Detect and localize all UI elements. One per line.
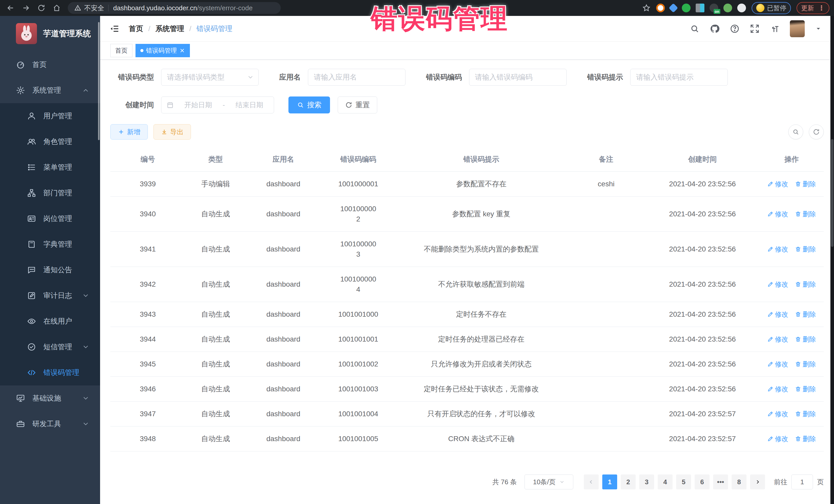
row-id-cell: 3947 [110,401,185,426]
delete-link[interactable]: 删除 [795,209,816,219]
reset-button[interactable]: 重置 [338,96,377,113]
sidebar-item-研发工具[interactable]: 研发工具 [0,411,100,437]
delete-link[interactable]: 删除 [795,309,816,320]
edit-link[interactable]: 修改 [767,359,788,369]
page-button-5[interactable]: 5 [676,475,691,489]
browser-update-button[interactable]: 更新 ⋮ [796,2,829,14]
font-size-icon[interactable] [770,24,780,34]
start-date-placeholder[interactable]: 开始日期 [179,100,218,110]
sidebar-item-岗位管理[interactable]: 岗位管理 [0,206,100,232]
tag-错误码管理[interactable]: 错误码管理 [135,44,190,57]
bookmark-star-icon[interactable] [642,4,651,12]
edit-link[interactable]: 修改 [767,309,788,320]
page-button-2[interactable]: 2 [621,475,636,489]
app-logo-row[interactable]: 芋道管理系统 [0,16,100,52]
filter-input-错误码提示[interactable]: 请输入错误码提示 [630,69,728,86]
export-button[interactable]: 导出 [153,124,191,139]
user-avatar[interactable] [790,20,805,37]
address-bar[interactable]: 不安全 dashboard.yudao.iocoder.cn/system/er… [68,2,281,14]
sidebar-toggle-icon[interactable] [109,24,119,34]
edit-link[interactable]: 修改 [767,244,788,254]
browser-home-icon[interactable] [51,2,63,14]
header-search-icon[interactable] [690,24,700,34]
extension-switch-on[interactable]: on [709,4,718,12]
sidebar-item-审计日志[interactable]: 审计日志 [0,283,100,308]
edit-link[interactable]: 修改 [767,179,788,189]
edit-link[interactable]: 修改 [767,434,788,444]
browser-menu-icon[interactable]: ⋮ [818,4,825,12]
breadcrumb-item[interactable]: 首页 [129,24,143,34]
browser-forward-icon[interactable] [20,2,32,14]
filter-input-错误码编码[interactable]: 请输入错误码编码 [469,69,567,86]
prev-page-button[interactable] [584,475,599,489]
add-button[interactable]: 新增 [110,124,148,139]
tag-首页[interactable]: 首页 [110,44,132,57]
sidebar-item-字典管理[interactable]: 字典管理 [0,232,100,257]
search-button[interactable]: 搜索 [288,96,330,113]
browser-back-icon[interactable] [5,2,17,14]
row-id-cell: 3946 [110,377,185,401]
sidebar-item-菜单管理[interactable]: 菜单管理 [0,154,100,180]
delete-link[interactable]: 删除 [795,409,816,419]
date-range-picker[interactable]: 开始日期 - 结束日期 [161,96,274,113]
edit-link[interactable]: 修改 [767,384,788,394]
sidebar-item-通知公告[interactable]: 通知公告 [0,257,100,283]
edit-link[interactable]: 修改 [767,409,788,419]
extension-grid[interactable] [696,4,704,12]
sidebar-scrollbar[interactable] [98,22,100,140]
extension-orange-ring[interactable] [656,4,665,12]
delete-link[interactable]: 删除 [795,179,816,189]
sidebar-item-短信管理[interactable]: 短信管理 [0,334,100,360]
sidebar-item-部门管理[interactable]: 部门管理 [0,180,100,206]
remark-cell [567,232,645,267]
edit-link[interactable]: 修改 [767,334,788,344]
page-button-1[interactable]: 1 [602,475,617,489]
page-button-8[interactable]: 8 [731,475,746,489]
sidebar-item-用户管理[interactable]: 用户管理 [0,103,100,129]
filter-select-错误码类型[interactable]: 请选择错误码类型 [161,69,259,86]
edit-link[interactable]: 修改 [767,209,788,219]
not-secure-label[interactable]: 不安全 [84,4,104,13]
extension-blue-gem[interactable] [669,3,678,13]
help-doc-icon[interactable] [730,24,740,34]
sidebar-item-在线用户[interactable]: 在线用户 [0,308,100,334]
extension-puzzle[interactable] [737,4,746,12]
edit-link[interactable]: 修改 [767,279,788,289]
sidebar-item-基础设施[interactable]: 基础设施 [0,386,100,411]
delete-link[interactable]: 删除 [795,334,816,344]
close-icon[interactable] [179,48,185,53]
page-button-3[interactable]: 3 [639,475,654,489]
goto-page-input[interactable]: 1 [791,475,813,489]
sidebar-item-首页[interactable]: 首页 [0,52,100,78]
extension-key[interactable] [723,4,732,12]
delete-link[interactable]: 删除 [795,434,816,444]
toggle-search-button[interactable] [788,125,803,139]
delete-link[interactable]: 删除 [795,244,816,254]
delete-link[interactable]: 删除 [795,279,816,289]
delete-link[interactable]: 删除 [795,384,816,394]
sidebar-item-角色管理[interactable]: 角色管理 [0,129,100,154]
page-button-6[interactable]: 6 [695,475,709,489]
delete-link[interactable]: 删除 [795,359,816,369]
browser-reload-icon[interactable] [36,2,47,14]
user-menu-caret-icon[interactable] [815,25,822,32]
breadcrumb-item[interactable]: 系统管理 [155,24,184,34]
fullscreen-icon[interactable] [750,24,760,34]
sidebar-item-系统管理[interactable]: 系统管理 [0,78,100,103]
page-button-4[interactable]: 4 [658,475,673,489]
sidebar-item-错误码管理[interactable]: 错误码管理 [0,360,100,386]
refresh-table-button[interactable] [809,125,824,139]
extension-green-check[interactable] [682,4,690,12]
page-ellipsis[interactable]: ••• [713,475,728,489]
scrollbar-thumb[interactable] [831,139,833,247]
end-date-placeholder[interactable]: 结束日期 [230,100,269,110]
next-page-button[interactable] [750,475,765,489]
profile-paused-pill[interactable]: 已暂停 [752,2,791,14]
filter-input-应用名[interactable]: 请输入应用名 [308,69,405,86]
page-size-select[interactable]: 10条/页 [525,475,573,489]
filter-label: 应用名 [279,72,301,82]
window-scrollbar[interactable] [830,16,834,504]
code-icon [27,368,36,377]
app-logo [16,23,37,44]
github-icon[interactable] [710,24,720,34]
